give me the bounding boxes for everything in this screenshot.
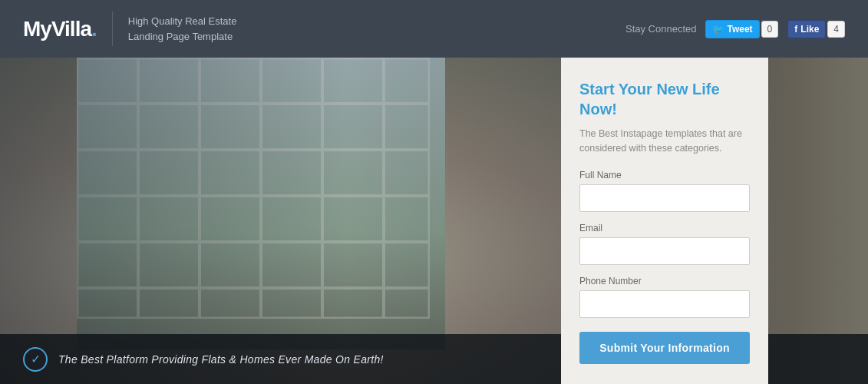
- full-name-label: Full Name: [579, 170, 750, 180]
- tweet-button-label: Tweet: [727, 24, 752, 35]
- twitter-icon: 🐦: [712, 24, 724, 35]
- phone-input[interactable]: [579, 290, 750, 318]
- submit-button[interactable]: Submit Your Information: [579, 332, 750, 364]
- like-count: 4: [827, 21, 845, 38]
- tweet-count: 0: [761, 21, 779, 38]
- check-icon: ✓: [23, 347, 48, 372]
- header-divider: [112, 12, 113, 46]
- full-name-input[interactable]: [579, 184, 750, 212]
- tagline: High Quality Real Estate Landing Page Te…: [128, 14, 266, 44]
- logo-dot: .: [91, 17, 97, 41]
- like-button-label: Like: [800, 24, 819, 35]
- form-title: Start Your New Life Now!: [579, 79, 750, 119]
- header: MyVilla. High Quality Real Estate Landin…: [0, 0, 868, 58]
- tweet-button[interactable]: 🐦 Tweet: [705, 20, 759, 38]
- email-label: Email: [579, 223, 750, 233]
- form-subtitle: The Best Instapage templates that are co…: [579, 127, 750, 156]
- email-input[interactable]: [579, 237, 750, 265]
- form-panel: Start Your New Life Now! The Best Instap…: [561, 58, 768, 384]
- header-right: Stay Connected 🐦 Tweet 0 f Like 4: [625, 20, 845, 38]
- logo: MyVilla.: [23, 17, 97, 41]
- banner-text: The Best Platform Providing Flats & Home…: [58, 353, 384, 366]
- header-left: MyVilla. High Quality Real Estate Landin…: [23, 12, 266, 46]
- stay-connected-label: Stay Connected: [625, 23, 697, 35]
- facebook-icon: f: [794, 24, 797, 35]
- phone-label: Phone Number: [579, 276, 750, 286]
- main-content: ✓ The Best Platform Providing Flats & Ho…: [0, 58, 868, 384]
- like-button[interactable]: f Like: [787, 20, 826, 38]
